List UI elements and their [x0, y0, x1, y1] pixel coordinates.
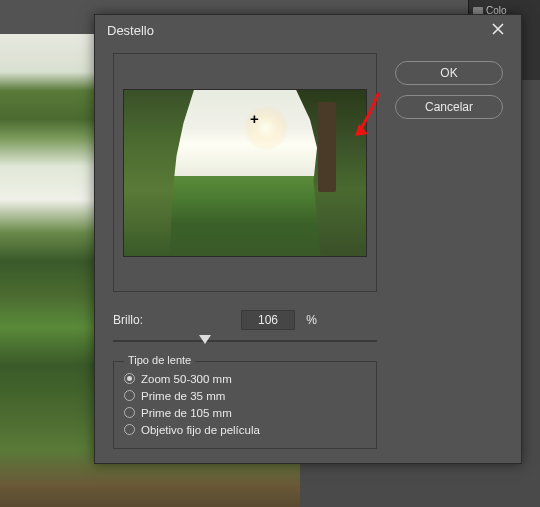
- brightness-input[interactable]: [241, 310, 295, 330]
- lens-radio-label: Prime de 35 mm: [141, 390, 225, 402]
- close-button[interactable]: [483, 15, 513, 45]
- lens-radio-option[interactable]: Prime de 35 mm: [124, 387, 366, 404]
- lens-radio-option[interactable]: Prime de 105 mm: [124, 404, 366, 421]
- lens-type-group: Tipo de lente Zoom 50-300 mmPrime de 35 …: [113, 361, 377, 449]
- close-icon: [491, 22, 505, 39]
- radio-icon: [124, 390, 135, 401]
- lens-type-legend: Tipo de lente: [124, 354, 195, 366]
- preview-box: +: [113, 53, 377, 292]
- ok-button[interactable]: OK: [395, 61, 503, 85]
- lens-radio-label: Prime de 105 mm: [141, 407, 232, 419]
- flare-preview[interactable]: +: [123, 89, 367, 257]
- brightness-unit: %: [303, 313, 317, 327]
- lens-radio-label: Objetivo fijo de película: [141, 424, 260, 436]
- lens-radio-option[interactable]: Objetivo fijo de película: [124, 421, 366, 438]
- radio-icon: [124, 424, 135, 435]
- lens-radio-label: Zoom 50-300 mm: [141, 373, 232, 385]
- radio-icon: [124, 407, 135, 418]
- dialog-title: Destello: [107, 23, 483, 38]
- lens-radio-option[interactable]: Zoom 50-300 mm: [124, 370, 366, 387]
- radio-icon: [124, 373, 135, 384]
- brightness-label: Brillo:: [113, 313, 233, 327]
- dialog-titlebar[interactable]: Destello: [95, 15, 521, 45]
- lens-flare-dialog: Destello +: [94, 14, 522, 464]
- brightness-slider[interactable]: [113, 334, 377, 347]
- cancel-button[interactable]: Cancelar: [395, 95, 503, 119]
